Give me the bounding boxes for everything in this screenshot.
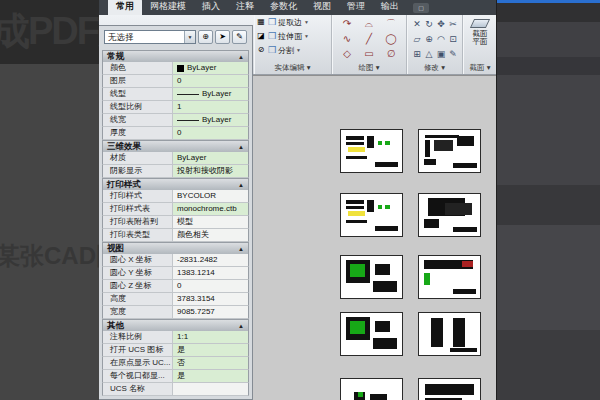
rotate-icon[interactable]: ↻ [423,17,435,32]
collapse-icon[interactable]: ▲ [238,323,244,329]
property-value[interactable]: 否 [173,357,248,369]
imprint-icon[interactable]: ▦ [256,17,266,27]
collapse-icon[interactable]: ▲ [238,182,244,188]
ribbon-state-icon[interactable]: ▢ [413,3,429,13]
quick-select-icon[interactable]: ✎ [232,30,247,44]
tab-视图[interactable]: 视图 [305,0,339,15]
ellipse-icon[interactable]: ∅ [380,47,402,62]
thumbnail-art [378,141,383,145]
fillet-icon[interactable]: ◠ [435,32,447,47]
collapse-icon[interactable]: ▲ [238,246,244,252]
offset-icon[interactable]: ⊕ [423,32,435,47]
property-value[interactable]: 1 [173,101,248,113]
drawing-thumbnail-wide-detail[interactable] [418,378,481,400]
property-value[interactable]: 是 [173,344,248,356]
tab-常用[interactable]: 常用 [108,0,142,15]
collapse-icon[interactable]: ▲ [238,144,244,150]
property-value[interactable]: 0 [173,280,248,292]
array-icon[interactable]: ⊞ [411,47,423,62]
drawing-thumbnail-section-view[interactable] [418,193,481,237]
property-value[interactable]: 是 [173,370,248,382]
stretch-icon[interactable]: △ [423,47,435,62]
property-value[interactable]: ByLayer [173,62,248,74]
polyline-icon[interactable]: ↷ [336,17,358,32]
property-value[interactable]: 投射和接收阴影 [173,165,248,177]
drawing-thumbnail-plan-green[interactable] [340,312,403,356]
thumbnail-art [453,289,476,294]
edit-icon[interactable]: ✎ [447,47,459,62]
trim-icon[interactable]: ✂ [447,17,459,32]
property-value[interactable]: monochrome.ctb [173,203,248,215]
line-icon[interactable]: ╱ [358,32,380,47]
chevron-down-icon[interactable]: ▼ [296,47,301,53]
erase-icon[interactable]: ✕ [411,17,423,32]
panel-modify-label[interactable]: 修改 ▾ [407,63,462,73]
rectangle-icon[interactable]: ▭ [358,47,380,62]
select-objects-icon[interactable]: ➤ [215,30,230,44]
property-label: 阴影显示 [103,165,173,177]
property-value[interactable] [173,383,248,395]
property-value[interactable]: 颜色相关 [173,229,248,241]
property-row: 打印表类型颜色相关 [102,229,249,242]
chevron-down-icon[interactable]: ▼ [304,33,309,39]
separate-icon[interactable]: ⊘ [256,45,266,55]
thumbnail-art [425,135,459,138]
drawing-thumbnail-part-detail[interactable] [340,378,403,400]
scale-icon[interactable]: ⊡ [447,32,459,47]
chevron-down-icon[interactable]: ▼ [304,19,309,25]
property-value[interactable]: 3783.3154 [173,293,248,305]
drawing-thumbnail-plan-green[interactable] [340,255,403,299]
chevron-down-icon[interactable]: ▼ [184,31,195,43]
panel-section-label[interactable]: 截面 ▾ [463,63,497,73]
pickadd-toggle-icon[interactable]: ⊕ [198,30,213,44]
property-value[interactable]: 模型 [173,216,248,228]
panel-solid-editing-label[interactable]: 实体编辑 ▾ [254,63,331,73]
section-header-常规[interactable]: 常规▲ [102,50,249,62]
explode-icon[interactable]: ▣ [435,47,447,62]
section-header-打印样式[interactable]: 打印样式▲ [102,178,249,190]
arc-icon[interactable]: ⌒ [380,17,402,32]
panel-draw: ↷⌓⌒∿╱◯◇▭∅ 绘图 ▾ [332,15,407,74]
property-value[interactable]: 1:1 [173,331,248,343]
collapse-icon[interactable]: ▲ [238,54,244,60]
tab-插入[interactable]: 插入 [194,0,228,15]
section-header-视图[interactable]: 视图▲ [102,242,249,254]
property-value[interactable]: 1383.1214 [173,267,248,279]
tab-输出[interactable]: 输出 [373,0,407,15]
background-page-right [497,0,600,400]
taper-face-icon[interactable]: ◪ [256,31,266,41]
solid-editing-row[interactable]: ▦❒提取边▼ [254,15,331,29]
drawing-thumbnail-panel-yellow[interactable] [340,193,403,237]
property-value[interactable]: 0 [173,127,248,139]
property-value[interactable]: -2831.2482 [173,254,248,266]
tab-管理[interactable]: 管理 [339,0,373,15]
polygon-icon[interactable]: ◇ [336,47,358,62]
selection-dropdown[interactable]: 无选择 ▼ [104,30,196,44]
property-value[interactable]: ByLayer [173,114,248,126]
property-value-text: ByLayer [202,88,231,100]
section-header-其他[interactable]: 其他▲ [102,319,249,331]
section-plane-button[interactable]: 截面 平面 [463,15,497,46]
move-icon[interactable]: ✥ [435,17,447,32]
tab-网格建模[interactable]: 网格建模 [142,0,194,15]
tab-注释[interactable]: 注释 [228,0,262,15]
section-header-三维效果[interactable]: 三维效果▲ [102,140,249,152]
solid-editing-row[interactable]: ◪❒拉伸面▼ [254,29,331,43]
tab-参数化[interactable]: 参数化 [262,0,305,15]
property-value[interactable]: ByLayer [173,152,248,164]
property-value[interactable]: ByLayer [173,88,248,100]
mirror-icon[interactable]: ▱ [411,32,423,47]
drawing-thumbnail-panel-yellow[interactable] [340,129,403,173]
drawing-thumbnail-column-detail[interactable] [418,312,481,356]
spline-icon[interactable]: ∿ [336,32,358,47]
revision-cloud-icon[interactable]: ⌓ [358,17,380,32]
drawing-thumbnail-elevation[interactable] [418,129,481,173]
property-value[interactable]: BYCOLOR [173,190,248,202]
property-label: 打印表类型 [103,229,173,241]
property-value[interactable]: 0 [173,75,248,87]
circle-icon[interactable]: ◯ [380,32,402,47]
drawing-thumbnail-long-elevation[interactable] [418,255,481,299]
property-value[interactable]: 9085.7257 [173,306,248,318]
panel-draw-label[interactable]: 绘图 ▾ [332,63,406,73]
solid-editing-row[interactable]: ⊘❒分割▼ [254,43,331,57]
